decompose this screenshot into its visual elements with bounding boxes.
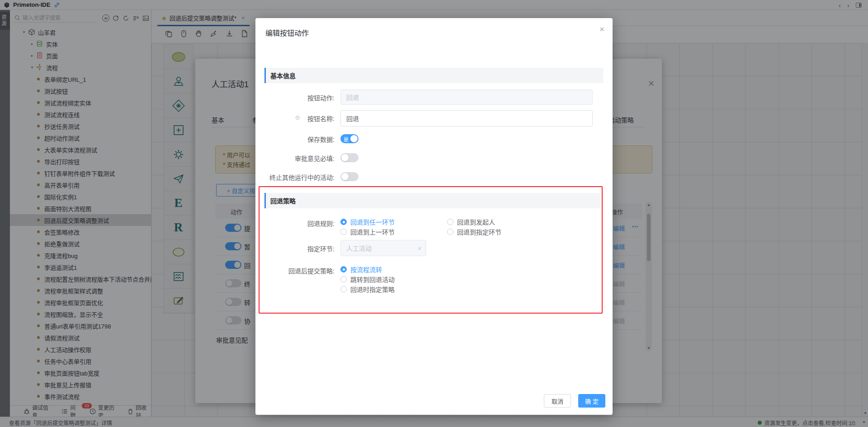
ok-button[interactable]: 确定	[578, 394, 605, 408]
radio-icon	[447, 229, 453, 235]
dialog-close-icon[interactable]: ×	[599, 24, 604, 34]
radio-icon	[340, 266, 347, 272]
radio-icon	[340, 286, 347, 292]
terminate-label: 终止其他运行中的活动:	[258, 173, 335, 182]
radio-icon	[447, 219, 453, 225]
radio-icon	[340, 276, 347, 282]
target-step-label: 指定环节:	[258, 244, 335, 253]
radio-strategy-specify[interactable]: 回退时指定策略	[340, 285, 395, 294]
cancel-button[interactable]: 取消	[544, 394, 571, 408]
terminate-toggle[interactable]	[340, 172, 359, 181]
save-data-toggle[interactable]: 是	[340, 134, 359, 143]
opinion-required-label: 审批意见必填:	[258, 154, 335, 163]
button-action-input[interactable]	[340, 89, 593, 105]
radio-rollback-previous[interactable]: 回退到上一环节	[340, 227, 395, 236]
save-data-label: 保存数据:	[258, 135, 335, 144]
edit-button-action-dialog: 编辑按钮动作 × 基本信息 按钮动作: ⚙ 按钮名称: 保存数据: 是 审批意见…	[255, 18, 613, 415]
action-field-label: 按钮动作:	[258, 93, 335, 102]
radio-rollback-initiator[interactable]: 回退到发起人	[447, 217, 495, 226]
section-basic-info: 基本信息	[264, 68, 604, 83]
chevron-down-icon: ∨	[418, 245, 421, 251]
target-step-select[interactable]: 人工活动 ∨	[340, 240, 426, 256]
radio-strategy-flow[interactable]: 按流程流转	[340, 265, 382, 274]
radio-rollback-any[interactable]: 回退到任一环节	[340, 217, 395, 226]
radio-icon	[340, 219, 347, 225]
opinion-required-toggle[interactable]	[340, 153, 359, 162]
section-rollback-strategy: 回退策略	[264, 193, 601, 208]
name-field-label: 按钮名称:	[258, 114, 335, 123]
dialog-title: 编辑按钮动作	[265, 27, 309, 38]
button-name-input[interactable]	[340, 110, 593, 127]
radio-strategy-jump[interactable]: 跳转到回退活动	[340, 275, 395, 284]
rollback-rule-label: 回退规则:	[258, 219, 335, 228]
radio-rollback-specified[interactable]: 回退到指定环节	[447, 227, 501, 236]
submit-strategy-label: 回退后提交策略:	[258, 266, 335, 275]
app-window: Primeton-IDE ‹ › 资源 AI	[0, 0, 868, 427]
radio-icon	[340, 229, 347, 235]
